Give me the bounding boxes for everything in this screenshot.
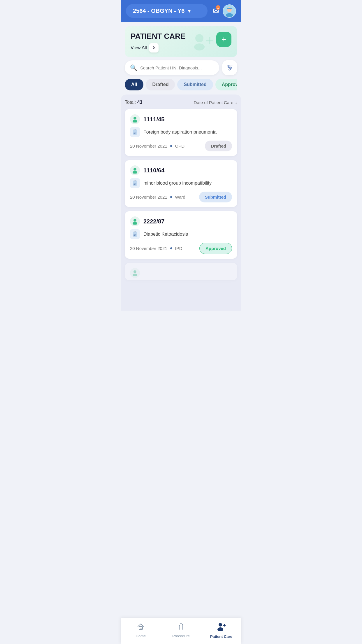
tab-drafted[interactable]: Drafted: [146, 79, 175, 90]
svg-point-13: [228, 65, 229, 67]
top-bar: 2564 - OBGYN - Y6 ▾ ✉ 1: [121, 0, 241, 22]
patient-avatar-icon: [130, 165, 140, 175]
svg-point-50: [180, 623, 182, 624]
total-label: Total: 43: [125, 100, 142, 105]
status-badge: Drafted: [205, 141, 232, 151]
filter-button[interactable]: [222, 60, 237, 75]
nav-label-home: Home: [136, 634, 146, 638]
filter-icon: [226, 64, 233, 71]
svg-point-53: [219, 623, 222, 626]
dot-separator: [170, 145, 172, 147]
diagnosis-text: Diabetic Ketoacidosis: [143, 232, 188, 237]
patient-hn: 1110/64: [143, 167, 164, 174]
view-all-button[interactable]: View All: [131, 43, 159, 52]
patient-care-nav-icon: [217, 622, 226, 633]
patient-care-decorative-icon: [191, 32, 214, 56]
patient-type: Ward: [175, 195, 185, 200]
patient-list-section: Total: 43 Date of Patient Care ↓ 1111/45: [121, 94, 241, 311]
svg-point-26: [133, 171, 137, 174]
avatar-image: [223, 5, 236, 17]
add-icon: +: [222, 35, 226, 44]
patient-type: IPD: [175, 246, 182, 251]
patient-avatar-icon: [130, 268, 140, 278]
svg-point-15: [229, 69, 231, 70]
svg-point-17: [133, 120, 137, 123]
patient-date: 20 November 2021: [130, 195, 167, 200]
svg-point-14: [230, 67, 232, 69]
svg-point-25: [133, 168, 136, 171]
bottom-navigation: Home Procedure Patient Care: [121, 618, 241, 644]
procedure-icon: [177, 622, 185, 633]
patient-avatar-icon: [130, 216, 140, 226]
mail-badge: 1: [216, 5, 220, 10]
chevron-down-icon: ▾: [188, 8, 191, 14]
nav-label-procedure: Procedure: [172, 634, 190, 638]
sort-direction-icon: ↓: [235, 100, 238, 105]
view-all-label: View All: [131, 45, 147, 50]
patient-hn: 2222/87: [143, 218, 164, 225]
nav-item-procedure[interactable]: Procedure: [161, 622, 201, 638]
tab-submitted[interactable]: Submitted: [177, 79, 213, 90]
svg-point-44: [133, 274, 137, 276]
context-selector[interactable]: 2564 - OBGYN - Y6 ▾: [126, 4, 208, 18]
tab-approved[interactable]: Approved: [215, 79, 237, 90]
svg-point-4: [231, 8, 231, 9]
mail-button[interactable]: ✉ 1: [213, 6, 219, 15]
status-badge: Approved: [199, 243, 232, 254]
diagnosis-text: minor blood group incompatibility: [143, 181, 212, 186]
patient-card[interactable]: 2222/87 Diabetic Ketoacidosis 20 Novembe…: [125, 211, 237, 259]
search-row: 🔍: [125, 60, 237, 75]
add-patient-button[interactable]: +: [216, 32, 231, 47]
diagnosis-icon: [130, 127, 140, 137]
tab-all[interactable]: All: [125, 79, 143, 90]
avatar[interactable]: [223, 4, 236, 18]
svg-point-34: [133, 219, 136, 222]
patient-card[interactable]: 1110/64 minor blood group incompatibilit…: [125, 160, 237, 207]
patient-type: OPD: [175, 144, 185, 148]
search-input[interactable]: [140, 65, 214, 70]
top-bar-actions: ✉ 1: [213, 4, 236, 18]
dot-separator: [170, 247, 172, 249]
svg-point-52: [182, 624, 183, 625]
home-icon: [137, 622, 145, 633]
patient-care-title: PATIENT CARE: [131, 32, 185, 41]
diagnosis-icon: [130, 229, 140, 239]
svg-point-16: [133, 117, 136, 120]
patient-date: 20 November 2021: [130, 144, 167, 148]
svg-point-35: [133, 222, 137, 225]
patient-card-partial: [125, 263, 237, 280]
patient-avatar-icon: [130, 114, 140, 124]
patient-hn: 1111/45: [143, 116, 164, 123]
dot-separator: [170, 196, 172, 198]
svg-point-51: [179, 625, 180, 626]
search-icon: 🔍: [130, 64, 137, 71]
svg-rect-46: [140, 628, 142, 629]
view-all-arrow-icon: [149, 43, 159, 52]
nav-item-home[interactable]: Home: [121, 622, 161, 638]
sort-button[interactable]: Date of Patient Care ↓: [194, 100, 237, 105]
svg-point-6: [195, 34, 203, 42]
nav-item-patient-care[interactable]: Patient Care: [201, 622, 241, 639]
patient-date: 20 November 2021: [130, 246, 167, 251]
sort-label: Date of Patient Care: [194, 100, 233, 105]
diagnosis-icon: [130, 178, 140, 188]
status-badge: Submitted: [199, 192, 232, 202]
context-title: 2564 - OBGYN - Y6: [133, 8, 184, 14]
diagnosis-text: Foreign body aspiration pneumonia: [143, 130, 217, 135]
svg-point-54: [217, 627, 223, 631]
svg-point-43: [133, 270, 136, 273]
search-bar-container: 🔍: [125, 60, 219, 75]
total-count: 43: [137, 100, 143, 105]
nav-label-patient-care: Patient Care: [210, 634, 232, 639]
list-header: Total: 43 Date of Patient Care ↓: [125, 100, 237, 105]
svg-point-7: [194, 43, 205, 50]
patient-card[interactable]: 1111/45 Foreign body aspiration pneumoni…: [125, 109, 237, 156]
filter-tabs: All Drafted Submitted Approved Rejected: [125, 79, 237, 90]
patient-care-header-card: PATIENT CARE View All +: [125, 26, 237, 57]
